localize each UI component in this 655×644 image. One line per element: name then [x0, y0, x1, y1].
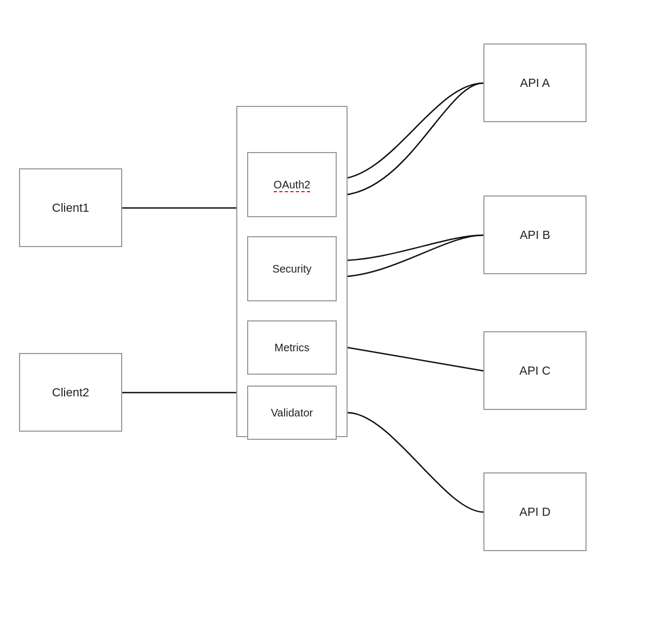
client2-box: Client2: [19, 353, 122, 432]
metrics-box: Metrics: [247, 320, 337, 375]
client1-box: Client1: [19, 168, 122, 247]
oauth2-label: OAuth2: [274, 179, 311, 191]
security-box: Security: [247, 236, 337, 301]
api-d-label: API D: [519, 505, 550, 519]
client2-label: Client2: [52, 386, 89, 400]
api-c-box: API C: [483, 331, 587, 410]
diagram-container: Client1 Client2 Gateway OAuth2 Security …: [0, 0, 655, 644]
api-d-box: API D: [483, 472, 587, 551]
api-a-label: API A: [520, 76, 550, 90]
client1-label: Client1: [52, 201, 89, 215]
metrics-label: Metrics: [274, 342, 309, 354]
api-c-label: API C: [519, 364, 550, 378]
svg-line-2: [348, 348, 483, 371]
api-a-box: API A: [483, 43, 587, 122]
validator-label: Validator: [271, 407, 313, 419]
oauth2-underline: [274, 191, 311, 192]
validator-box: Validator: [247, 386, 337, 440]
oauth2-box: OAuth2: [247, 152, 337, 217]
api-b-label: API B: [520, 228, 550, 242]
security-label: Security: [272, 263, 311, 275]
api-b-box: API B: [483, 195, 587, 274]
